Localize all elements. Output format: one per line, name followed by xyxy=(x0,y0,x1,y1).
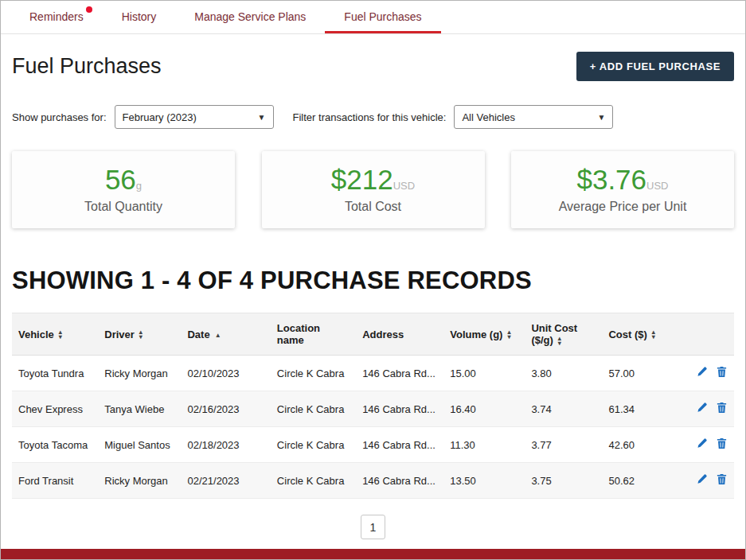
tab-label: Fuel Purchases xyxy=(344,10,421,23)
purchases-table: Vehicle▴▾Driver▴▾Date▲Location nameAddre… xyxy=(12,313,734,499)
column-header-address: Address xyxy=(356,313,443,356)
pagination: 1 xyxy=(12,515,734,539)
cell-vehicle: Ford Transit xyxy=(12,463,98,499)
edit-icon[interactable] xyxy=(696,473,708,488)
cell-location: Circle K Cabra xyxy=(271,427,356,463)
table-header-row: Vehicle▴▾Driver▴▾Date▲Location nameAddre… xyxy=(12,313,734,356)
tab-reminders[interactable]: Reminders xyxy=(10,1,103,33)
tab-label: History xyxy=(122,10,157,23)
cell-location: Circle K Cabra xyxy=(271,391,356,427)
sort-icon: ▴▾ xyxy=(652,330,655,340)
average-price-card: $3.76USD Average Price per Unit xyxy=(511,151,734,228)
cell-date: 02/18/2023 xyxy=(181,427,270,463)
footer-accent-bar xyxy=(1,549,745,559)
table-row: Ford TransitRicky Morgan02/21/2023Circle… xyxy=(12,463,734,499)
column-label: Address xyxy=(362,329,404,340)
table-row: Toyota TacomaMiguel Santos02/18/2023Circ… xyxy=(12,427,734,463)
sort-ascending-icon: ▲ xyxy=(215,332,221,339)
table-row: Chev ExpressTanya Wiebe02/16/2023Circle … xyxy=(12,391,734,427)
tab-bar: Reminders History Manage Service Plans F… xyxy=(1,1,745,34)
notification-dot xyxy=(86,6,92,13)
cell-address: 146 Cabra Rd... xyxy=(356,427,443,463)
sort-icon: ▴▾ xyxy=(507,330,510,340)
cell-location: Circle K Cabra xyxy=(271,356,356,391)
cell-volume: 13.50 xyxy=(443,463,525,499)
cell-vehicle: Toyota Tacoma xyxy=(12,427,98,463)
vehicle-select-value: All Vehicles xyxy=(462,111,514,123)
column-header-cost[interactable]: Cost ($)▴▾ xyxy=(602,313,675,356)
chevron-down-icon: ▼ xyxy=(598,113,606,122)
cell-date: 02/16/2023 xyxy=(181,391,270,427)
tab-label: Manage Service Plans xyxy=(194,10,306,23)
value-number: $212 xyxy=(331,164,393,195)
period-filter-label: Show purchases for: xyxy=(12,111,107,123)
period-select[interactable]: February (2023) ▼ xyxy=(115,105,274,129)
edit-icon[interactable] xyxy=(696,402,708,416)
vehicle-select[interactable]: All Vehicles ▼ xyxy=(454,105,613,129)
add-fuel-purchase-button[interactable]: + ADD FUEL PURCHASE xyxy=(576,52,734,81)
sort-icon: ▴▾ xyxy=(139,330,143,340)
cell-unit_cost: 3.80 xyxy=(525,356,602,391)
tab-label: Reminders xyxy=(29,10,84,23)
sort-icon: ▴▾ xyxy=(59,330,62,340)
cell-unit_cost: 3.75 xyxy=(525,463,602,499)
total-quantity-card: 56g Total Quantity xyxy=(12,151,235,228)
tab-fuel-purchases[interactable]: Fuel Purchases xyxy=(325,1,440,33)
unit-label: USD xyxy=(646,180,668,192)
edit-icon[interactable] xyxy=(696,366,708,380)
delete-icon[interactable] xyxy=(716,402,728,416)
chevron-down-icon: ▼ xyxy=(258,113,266,122)
tab-manage-service-plans[interactable]: Manage Service Plans xyxy=(175,1,325,33)
cell-unit_cost: 3.77 xyxy=(525,427,602,463)
tab-history[interactable]: History xyxy=(103,1,176,33)
column-label: Location name xyxy=(277,322,320,346)
column-header-vehicle[interactable]: Vehicle▴▾ xyxy=(12,313,98,356)
delete-icon[interactable] xyxy=(716,438,728,452)
cell-driver: Ricky Morgan xyxy=(98,463,181,499)
period-select-value: February (2023) xyxy=(123,111,197,123)
cell-vehicle: Toyota Tundra xyxy=(12,356,98,391)
column-header-unit_cost[interactable]: Unit Cost ($/g)▴▾ xyxy=(525,313,602,356)
page-title: Fuel Purchases xyxy=(12,54,162,79)
cell-cost: 57.00 xyxy=(602,356,675,391)
records-heading: SHOWING 1 - 4 OF 4 PURCHASE RECORDS xyxy=(12,266,734,295)
total-cost-value: $212USD xyxy=(331,165,415,193)
cell-actions xyxy=(675,391,734,427)
edit-icon[interactable] xyxy=(696,438,708,452)
cell-address: 146 Cabra Rd... xyxy=(356,356,443,391)
delete-icon[interactable] xyxy=(716,473,728,488)
column-header-location: Location name xyxy=(271,313,356,356)
card-label: Total Cost xyxy=(345,200,401,214)
cell-address: 146 Cabra Rd... xyxy=(356,463,443,499)
column-header-volume[interactable]: Volume (g)▴▾ xyxy=(443,313,525,356)
cell-volume: 11.30 xyxy=(443,427,525,463)
total-quantity-value: 56g xyxy=(105,165,142,193)
cell-location: Circle K Cabra xyxy=(271,463,356,499)
card-label: Total Quantity xyxy=(84,200,162,214)
total-cost-card: $212USD Total Cost xyxy=(262,151,485,228)
title-row: Fuel Purchases + ADD FUEL PURCHASE xyxy=(12,52,734,81)
column-label: Vehicle xyxy=(18,329,54,340)
column-label: Driver xyxy=(104,329,135,340)
page-1-button[interactable]: 1 xyxy=(361,515,385,539)
delete-icon[interactable] xyxy=(716,366,728,380)
value-number: $3.76 xyxy=(576,164,646,195)
value-number: 56 xyxy=(105,164,136,195)
column-header-driver[interactable]: Driver▴▾ xyxy=(98,313,181,356)
column-header-actions xyxy=(675,313,734,356)
cell-driver: Ricky Morgan xyxy=(98,356,181,391)
column-label: Date xyxy=(187,329,209,340)
summary-cards: 56g Total Quantity $212USD Total Cost $3… xyxy=(12,151,734,228)
column-header-date[interactable]: Date▲ xyxy=(181,313,270,356)
cell-date: 02/21/2023 xyxy=(181,463,270,499)
cell-cost: 50.62 xyxy=(602,463,675,499)
vehicle-filter-label: Filter transactions for this vehicle: xyxy=(293,111,447,123)
card-label: Average Price per Unit xyxy=(559,200,687,214)
cell-cost: 61.34 xyxy=(602,391,675,427)
cell-date: 02/10/2023 xyxy=(181,356,270,391)
cell-cost: 42.60 xyxy=(602,427,675,463)
column-label: Cost ($) xyxy=(608,329,646,340)
cell-address: 146 Cabra Rd... xyxy=(356,391,443,427)
sort-icon: ▴▾ xyxy=(558,336,561,346)
cell-driver: Miguel Santos xyxy=(98,427,181,463)
